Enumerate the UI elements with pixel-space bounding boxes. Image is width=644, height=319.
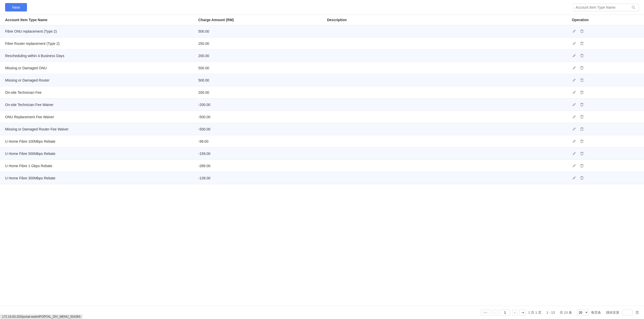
delete-icon — [580, 66, 584, 70]
delete-button[interactable] — [580, 163, 584, 168]
svg-point-0 — [632, 6, 634, 8]
table-body: Fibre ONU replacement (Type 2)500.00 Fib… — [0, 25, 644, 184]
cell-amount: -99.00 — [193, 135, 322, 148]
operation-cell — [572, 53, 639, 58]
edit-button[interactable] — [572, 53, 577, 58]
cell-amount: -200.00 — [193, 99, 322, 111]
cell-operation — [567, 99, 644, 111]
delete-button[interactable] — [580, 127, 584, 131]
delete-icon — [580, 78, 584, 82]
edit-button[interactable] — [572, 90, 577, 95]
table-row: U Home Fibre 500Mbps Rebate-159.00 — [0, 148, 644, 160]
top-bar: New — [0, 0, 644, 15]
cell-operation — [567, 111, 644, 123]
delete-button[interactable] — [580, 139, 584, 144]
edit-button[interactable] — [572, 163, 577, 168]
delete-icon — [580, 90, 584, 94]
table-row: On-site Technician Fee200.00 — [0, 86, 644, 99]
new-button[interactable]: New — [5, 3, 27, 11]
cell-description — [322, 25, 567, 37]
cell-name: U Home Fibre 1 Gbps Rebate — [0, 160, 193, 172]
edit-icon — [572, 90, 576, 94]
edit-icon — [572, 54, 576, 58]
operation-cell — [572, 127, 639, 131]
cell-description — [322, 37, 567, 50]
table-row: ONU Replacement Fee Waiver-500.00 — [0, 111, 644, 123]
cell-name: Missing or Damaged Router — [0, 74, 193, 86]
cell-description — [322, 50, 567, 62]
delete-icon — [580, 164, 584, 168]
delete-button[interactable] — [580, 102, 584, 107]
edit-button[interactable] — [572, 176, 577, 180]
cell-amount: 200.00 — [193, 86, 322, 99]
operation-cell — [572, 41, 639, 46]
edit-button[interactable] — [572, 114, 577, 119]
edit-button[interactable] — [572, 78, 577, 83]
main-table: Account Item Type Name Charge Amount (RM… — [0, 15, 644, 184]
edit-button[interactable] — [572, 102, 577, 107]
delete-button[interactable] — [580, 151, 584, 156]
operation-cell — [572, 114, 639, 119]
delete-button[interactable] — [580, 114, 584, 119]
cell-description — [322, 123, 567, 135]
cell-name: U Home Fibre 500Mbps Rebate — [0, 148, 193, 160]
svg-line-1 — [634, 8, 635, 9]
cell-amount: 500.00 — [193, 62, 322, 74]
table-row: Missing or Damaged ONU500.00 — [0, 62, 644, 74]
edit-button[interactable] — [572, 29, 577, 34]
table-row: U Home Fibre 100Mbps Rebate-99.00 — [0, 135, 644, 148]
delete-button[interactable] — [580, 78, 584, 83]
edit-icon — [572, 29, 576, 33]
cell-amount: -500.00 — [193, 123, 322, 135]
delete-button[interactable] — [580, 90, 584, 95]
cell-name: Fibre ONU replacement (Type 2) — [0, 25, 193, 37]
cell-operation — [567, 135, 644, 148]
edit-button[interactable] — [572, 127, 577, 131]
cell-description — [322, 99, 567, 111]
operation-cell — [572, 29, 639, 34]
edit-button[interactable] — [572, 41, 577, 46]
cell-amount: 500.00 — [193, 74, 322, 86]
delete-button[interactable] — [580, 176, 584, 180]
operation-cell — [572, 176, 639, 180]
delete-icon — [580, 139, 584, 143]
table-row: On-site Technician Fee Waiver-200.00 — [0, 99, 644, 111]
table-container: Account Item Type Name Charge Amount (RM… — [0, 15, 644, 184]
cell-name: Missing or Damaged Router Fee Waiver — [0, 123, 193, 135]
edit-icon — [572, 78, 576, 82]
operation-cell — [572, 78, 639, 83]
cell-description — [322, 86, 567, 99]
delete-button[interactable] — [580, 53, 584, 58]
delete-button[interactable] — [580, 29, 584, 34]
edit-icon — [572, 115, 576, 119]
table-row: U Home Fibre 1 Gbps Rebate-289.00 — [0, 160, 644, 172]
cell-name: U Home Fibre 100Mbps Rebate — [0, 135, 193, 148]
cell-name: On-site Technician Fee Waiver — [0, 99, 193, 111]
delete-button[interactable] — [580, 65, 584, 70]
edit-icon — [572, 127, 576, 131]
edit-button[interactable] — [572, 139, 577, 144]
search-input[interactable] — [576, 5, 632, 9]
edit-icon — [572, 66, 576, 70]
edit-button[interactable] — [572, 65, 577, 70]
cell-operation — [567, 172, 644, 184]
cell-description — [322, 111, 567, 123]
table-row: Missing or Damaged Router500.00 — [0, 74, 644, 86]
cell-operation — [567, 62, 644, 74]
cell-operation — [567, 86, 644, 99]
cell-name: ONU Replacement Fee Waiver — [0, 111, 193, 123]
cell-operation — [567, 50, 644, 62]
cell-operation — [567, 74, 644, 86]
edit-icon — [572, 139, 576, 143]
col-header-operation: Operation — [567, 15, 644, 25]
operation-cell — [572, 65, 639, 70]
delete-icon — [580, 54, 584, 58]
edit-button[interactable] — [572, 151, 577, 156]
edit-icon — [572, 103, 576, 107]
delete-icon — [580, 176, 584, 180]
cell-operation — [567, 160, 644, 172]
delete-button[interactable] — [580, 41, 584, 46]
cell-operation — [567, 123, 644, 135]
delete-icon — [580, 115, 584, 119]
operation-cell — [572, 90, 639, 95]
